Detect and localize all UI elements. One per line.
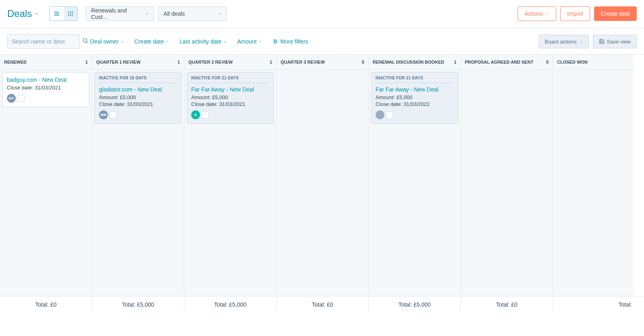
deal-card[interactable]: INACTIVE FOR 21 DAYSFar Far Away - New D… xyxy=(371,72,458,124)
deal-close-date: Close date: 31/03/2021 xyxy=(99,101,177,107)
column-header: RENEWAL DISCUSSION BOOKED1 xyxy=(369,55,460,70)
inactive-badge: INACTIVE FOR 16 DAYS xyxy=(99,73,177,83)
column-count: 1 xyxy=(454,60,456,64)
create-date-filter[interactable]: Create date xyxy=(134,38,169,45)
svg-point-9 xyxy=(83,39,87,42)
save-view-button[interactable]: Save view xyxy=(593,35,637,48)
deal-close-date: Close date: 31/03/2022 xyxy=(376,101,454,107)
caret-down-icon xyxy=(217,12,221,16)
caret-down-icon xyxy=(34,11,39,16)
card-avatars: MM xyxy=(99,110,177,119)
column-body[interactable] xyxy=(553,70,634,296)
svg-point-2 xyxy=(72,11,73,12)
column-body[interactable]: INACTIVE FOR 21 DAYSFar Far Away - New D… xyxy=(369,70,460,296)
column-count: 0 xyxy=(362,60,364,64)
avatar-placeholder xyxy=(17,95,25,102)
save-icon xyxy=(599,39,605,44)
svg-point-14 xyxy=(274,39,275,40)
board-column: PROPOSAL AGREED AND SENT0 xyxy=(461,55,553,296)
card-avatars: NV xyxy=(7,94,85,103)
deal-title[interactable]: Far Far Away - New Deal xyxy=(191,86,269,93)
deal-close-date: Close date: 31/03/2021 xyxy=(191,101,269,107)
avatar-placeholder xyxy=(386,111,393,118)
deal-card[interactable]: badguy.com - New DealClose date: 31/03/2… xyxy=(2,72,89,107)
deals-title-dropdown[interactable]: Deals xyxy=(7,8,39,19)
column-body[interactable] xyxy=(277,70,368,296)
board-column: QUARTER 1 REVIEW1INACTIVE FOR 16 DAYSgla… xyxy=(92,55,184,296)
column-body[interactable]: INACTIVE FOR 21 DAYSFar Far Away - New D… xyxy=(184,70,276,296)
import-button[interactable]: Import xyxy=(560,6,590,21)
svg-point-8 xyxy=(72,15,73,16)
inactive-badge: INACTIVE FOR 21 DAYS xyxy=(376,73,454,83)
card-avatars xyxy=(376,110,454,119)
search-icon xyxy=(82,37,89,46)
board-view-button[interactable] xyxy=(64,7,77,21)
search-input[interactable] xyxy=(12,38,82,45)
column-name: QUARTER 1 REVIEW xyxy=(96,60,140,64)
board-column: QUARTER 2 REVIEW1INACTIVE FOR 21 DAYSFar… xyxy=(184,55,277,296)
list-icon xyxy=(54,10,60,17)
caret-down-icon xyxy=(223,40,227,44)
caret-down-icon xyxy=(545,12,549,16)
view-toggle xyxy=(50,6,78,21)
caret-down-icon xyxy=(120,40,124,44)
column-total: Total: £5,000 xyxy=(369,297,461,313)
inactive-badge: INACTIVE FOR 21 DAYS xyxy=(191,73,269,83)
column-body[interactable]: badguy.com - New DealClose date: 31/03/2… xyxy=(0,70,92,296)
deal-title[interactable]: gladiator.com - New Deal xyxy=(99,86,177,93)
column-header: QUARTER 3 REVIEW0 xyxy=(277,55,368,70)
svg-point-15 xyxy=(276,41,277,42)
kanban-board: RENEWED1badguy.com - New DealClose date:… xyxy=(0,54,644,296)
board-column: RENEWAL DISCUSSION BOOKED1INACTIVE FOR 2… xyxy=(369,55,461,296)
page-title: Deals xyxy=(7,8,32,19)
deal-amount: Amount: £5,000 xyxy=(376,94,454,100)
deal-card[interactable]: INACTIVE FOR 16 DAYSgladiator.com - New … xyxy=(95,72,182,124)
svg-line-10 xyxy=(87,42,88,43)
avatar-placeholder xyxy=(109,111,117,118)
last-activity-filter[interactable]: Last activity date xyxy=(180,38,227,45)
board-column: RENEWED1badguy.com - New DealClose date:… xyxy=(0,55,92,296)
deal-title[interactable]: badguy.com - New Deal xyxy=(7,73,85,83)
deal-filter-select[interactable]: All deals xyxy=(158,6,227,21)
deal-owner-filter[interactable]: Deal owner xyxy=(90,38,124,45)
column-name: CLOSED WON xyxy=(557,60,588,64)
board-column: CLOSED WON xyxy=(553,55,634,296)
grid-icon xyxy=(67,10,74,17)
board-actions-button[interactable]: Board actions xyxy=(539,35,589,48)
avatar[interactable]: MM xyxy=(99,110,108,119)
actions-button[interactable]: Actions xyxy=(518,6,556,21)
avatar-placeholder xyxy=(202,111,209,118)
column-count: 1 xyxy=(270,60,272,64)
deal-card[interactable]: INACTIVE FOR 21 DAYSFar Far Away - New D… xyxy=(187,72,274,124)
caret-down-icon xyxy=(165,40,169,44)
pipeline-label: Renewals and Cust… xyxy=(91,7,142,20)
board-column: QUARTER 3 REVIEW0 xyxy=(277,55,369,296)
svg-point-3 xyxy=(68,13,69,15)
column-header: RENEWED1 xyxy=(0,55,92,70)
column-name: QUARTER 2 REVIEW xyxy=(188,60,233,64)
column-total: Total: £5,000 xyxy=(92,297,184,313)
column-name: QUARTER 3 REVIEW xyxy=(281,60,325,64)
column-count: 1 xyxy=(178,60,180,64)
deal-title[interactable]: Far Far Away - New Deal xyxy=(376,86,454,93)
list-view-button[interactable] xyxy=(50,7,64,21)
column-count: 0 xyxy=(546,60,549,64)
amount-filter[interactable]: Amount xyxy=(237,38,262,45)
sliders-icon xyxy=(272,39,278,44)
avatar[interactable]: b xyxy=(191,110,200,119)
more-filters-button[interactable]: More filters xyxy=(272,38,308,45)
create-deal-button[interactable]: Create deal xyxy=(594,6,637,21)
pipeline-select[interactable]: Renewals and Cust… xyxy=(86,6,154,21)
column-total: Total: £5,000 xyxy=(184,297,277,313)
deal-close-date: Close date: 31/03/2021 xyxy=(7,85,85,91)
avatar[interactable]: NV xyxy=(7,94,16,103)
search-input-wrapper[interactable] xyxy=(7,34,80,49)
svg-point-6 xyxy=(68,15,69,16)
column-header: QUARTER 1 REVIEW1 xyxy=(92,55,184,70)
column-total: Total: £0 xyxy=(277,297,369,313)
column-total: Total: £0 xyxy=(461,297,553,313)
column-body[interactable]: INACTIVE FOR 16 DAYSgladiator.com - New … xyxy=(92,70,184,296)
column-header: CLOSED WON xyxy=(553,55,634,70)
avatar[interactable] xyxy=(376,110,384,119)
column-body[interactable] xyxy=(461,70,553,296)
